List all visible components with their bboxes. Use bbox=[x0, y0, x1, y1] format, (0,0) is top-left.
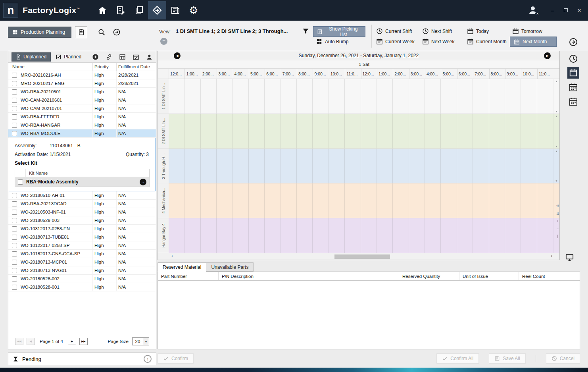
page-size-select[interactable]: 20 ▼ bbox=[132, 337, 149, 345]
confirm-button[interactable]: Confirm bbox=[158, 353, 194, 364]
scroll-left-icon[interactable]: ‹ bbox=[171, 254, 173, 258]
schedule-cell[interactable] bbox=[521, 183, 537, 218]
schedule-cell[interactable] bbox=[281, 183, 297, 218]
schedule-cell[interactable] bbox=[201, 114, 217, 148]
tab-reserved-material[interactable]: Reserved Material bbox=[158, 262, 206, 272]
row-checkbox[interactable] bbox=[12, 123, 17, 128]
fit-view-icon[interactable]: | bbox=[557, 234, 558, 238]
schedule-cell[interactable] bbox=[217, 149, 233, 183]
schedule-cell[interactable] bbox=[233, 149, 249, 183]
schedule-cell[interactable] bbox=[505, 183, 521, 218]
schedule-cell[interactable] bbox=[457, 218, 473, 253]
next-page-button[interactable]: ▶ bbox=[68, 338, 76, 345]
schedule-cell[interactable] bbox=[281, 79, 297, 114]
row-checkbox[interactable] bbox=[12, 73, 17, 78]
schedule-cell[interactable] bbox=[457, 79, 473, 114]
home-icon[interactable] bbox=[93, 1, 111, 19]
schedule-cell[interactable] bbox=[377, 79, 393, 114]
schedule-cell[interactable] bbox=[537, 183, 553, 218]
schedule-cell[interactable] bbox=[297, 149, 313, 183]
go-to-icon[interactable] bbox=[113, 28, 121, 36]
schedule-cell[interactable] bbox=[201, 79, 217, 114]
workorder-row[interactable]: WO-20210503-INF-01HighN/A bbox=[8, 208, 156, 216]
schedule-cell[interactable] bbox=[281, 149, 297, 183]
schedule-cell[interactable] bbox=[184, 183, 200, 218]
schedule-cell[interactable] bbox=[329, 79, 345, 114]
kit-table-icon[interactable] bbox=[119, 54, 126, 60]
row-scroll-up-icon[interactable]: ▲ bbox=[555, 150, 557, 152]
current-shift-button[interactable]: Current Shift bbox=[376, 28, 412, 35]
schedule-cell[interactable] bbox=[329, 149, 345, 183]
scrollbar-thumb[interactable] bbox=[334, 254, 390, 259]
schedule-cell[interactable] bbox=[441, 218, 457, 253]
schedule-cell[interactable] bbox=[184, 79, 200, 114]
schedule-cell[interactable] bbox=[425, 79, 441, 114]
schedule-cell[interactable] bbox=[441, 149, 457, 183]
schedule-cell[interactable] bbox=[249, 183, 265, 218]
current-month-button[interactable]: Current Month bbox=[467, 38, 507, 45]
schedule-cell[interactable] bbox=[233, 183, 249, 218]
schedule-cell[interactable] bbox=[313, 114, 329, 148]
schedule-cell[interactable] bbox=[393, 218, 409, 253]
workorder-row[interactable]: WO-RBA-20213DCADHighN/A bbox=[8, 200, 156, 208]
column-header-name[interactable]: Name bbox=[8, 63, 93, 71]
row-scroll-down-icon[interactable]: ▼ bbox=[555, 179, 557, 182]
schedule-cell[interactable] bbox=[409, 218, 425, 253]
production-module-icon[interactable] bbox=[148, 1, 166, 19]
row-scroll-down-icon[interactable]: ▼ bbox=[555, 110, 557, 113]
schedule-cell[interactable] bbox=[521, 79, 537, 114]
schedule-check-icon[interactable] bbox=[133, 54, 139, 60]
row-scrollbar[interactable]: ▲▼ bbox=[553, 149, 559, 183]
collapse-view-button[interactable]: − bbox=[160, 38, 167, 45]
auto-bump-button[interactable]: Auto Bump bbox=[316, 39, 348, 44]
schedule-grid-row[interactable] bbox=[169, 149, 553, 183]
schedule-cell[interactable] bbox=[345, 218, 361, 253]
workorder-row[interactable]: WO-20180529-003HighN/A bbox=[8, 216, 156, 225]
workorder-row[interactable]: WO-20180713-TUBE01HighN/A bbox=[8, 233, 156, 241]
schedule-cell[interactable] bbox=[169, 183, 184, 218]
filter-icon[interactable] bbox=[302, 27, 309, 35]
schedule-cell[interactable] bbox=[345, 114, 361, 148]
schedule-cell[interactable] bbox=[473, 218, 489, 253]
schedule-cell[interactable] bbox=[409, 79, 425, 114]
horizontal-scrollbar[interactable]: ‹ › bbox=[158, 253, 559, 260]
schedule-cell[interactable] bbox=[393, 114, 409, 148]
schedule-cell[interactable] bbox=[505, 79, 521, 114]
schedule-cell[interactable] bbox=[233, 79, 249, 114]
schedule-cell[interactable] bbox=[409, 183, 425, 218]
schedule-cell[interactable] bbox=[201, 183, 217, 218]
schedule-cell[interactable] bbox=[297, 218, 313, 253]
schedule-cell[interactable] bbox=[409, 114, 425, 148]
workorder-row[interactable]: WO-RBA-MODULEHighN/A bbox=[8, 129, 156, 138]
schedule-cell[interactable] bbox=[537, 114, 553, 148]
confirm-all-button[interactable]: Confirm All bbox=[436, 353, 479, 364]
schedule-cell[interactable] bbox=[473, 114, 489, 148]
schedule-cell[interactable] bbox=[345, 79, 361, 114]
row-checkbox[interactable] bbox=[12, 106, 17, 111]
row-scrollbar[interactable]: ▲▼ bbox=[553, 79, 559, 114]
schedule-cell[interactable] bbox=[169, 218, 184, 253]
zoom-out-icon[interactable]: − bbox=[557, 227, 559, 231]
row-checkbox[interactable] bbox=[12, 218, 17, 223]
row-checkbox[interactable] bbox=[12, 89, 17, 94]
schedule-cell[interactable] bbox=[329, 218, 345, 253]
scroll-to-top-icon[interactable]: ⇈ bbox=[556, 204, 559, 208]
schedule-cell[interactable] bbox=[521, 114, 537, 148]
schedule-cell[interactable] bbox=[249, 218, 265, 253]
schedule-cell[interactable] bbox=[217, 218, 233, 253]
row-checkbox[interactable] bbox=[12, 201, 17, 206]
view-value[interactable]: 1 DI SMT Line 1; 2 DI SMT LIne 2; 3 Thro… bbox=[176, 28, 298, 34]
kit-go-button[interactable]: → bbox=[140, 179, 146, 185]
save-all-button[interactable]: Save All bbox=[489, 353, 525, 364]
schedule-cell[interactable] bbox=[169, 149, 184, 183]
expand-up-icon[interactable]: ↑ bbox=[144, 355, 152, 363]
next-shift-button[interactable]: Next Shift bbox=[422, 28, 452, 35]
schedule-cell[interactable] bbox=[233, 114, 249, 148]
schedule-cell[interactable] bbox=[281, 218, 297, 253]
production-planning-button[interactable]: Production Planning bbox=[8, 27, 71, 38]
add-workorder-icon[interactable] bbox=[92, 54, 99, 60]
schedule-cell[interactable] bbox=[345, 183, 361, 218]
schedule-cell[interactable] bbox=[249, 114, 265, 148]
column-header[interactable]: Reserved Quantity bbox=[399, 272, 459, 280]
tab-planned[interactable]: Planned bbox=[56, 54, 81, 60]
